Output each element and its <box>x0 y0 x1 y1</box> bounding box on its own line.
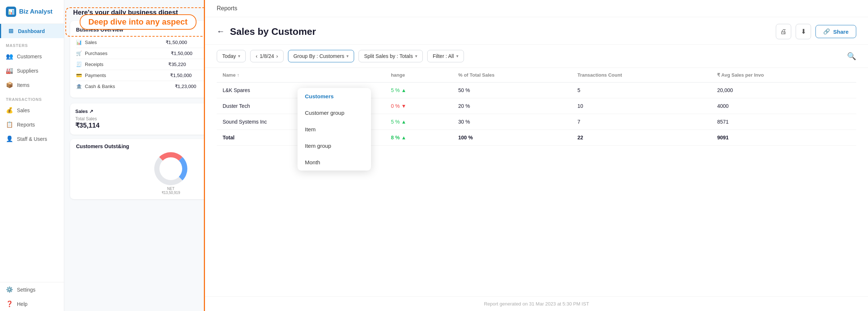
sales-label: Sales <box>85 40 97 45</box>
transactions-section-label: TRANSACTIONS <box>0 92 64 103</box>
cash-value: ₹1,23,000 <box>175 84 197 89</box>
sidebar-item-items[interactable]: 📦 Items <box>0 78 64 92</box>
highlight-box: Deep dive into any aspect <box>65 7 210 37</box>
cell-avg: 4000 <box>711 98 856 114</box>
change-indicator: 8 % ▲ <box>391 135 446 140</box>
purchases-row-icon: 🛒 <box>76 51 82 56</box>
sales-value: ₹1,50,000 <box>166 40 187 45</box>
settings-icon: ⚙️ <box>6 286 13 293</box>
share-label: Share <box>833 29 849 35</box>
receipts-row-icon: 🧾 <box>76 62 82 67</box>
cell-pct: 20 % <box>452 98 571 114</box>
staff-icon: 👤 <box>6 135 13 142</box>
sidebar-item-sales[interactable]: 💰 Sales <box>0 103 64 117</box>
dropdown-item-customer-group[interactable]: Customer group <box>298 105 371 121</box>
suppliers-icon: 🏭 <box>6 67 13 74</box>
share-button[interactable]: 🔗 Share <box>815 25 856 38</box>
col-pct-total: % of Total Sales <box>452 68 571 83</box>
sales-icon: 💰 <box>6 107 13 114</box>
dashboard-icon: ⊞ <box>7 28 14 34</box>
col-tx-count: Transactions Count <box>572 68 712 83</box>
cell-pct: 100 % <box>452 130 571 146</box>
col-avg-sales: ₹ Avg Sales per Invo <box>711 68 856 83</box>
cell-change: 5 % ▲ <box>385 114 452 130</box>
group-by-filter-button[interactable]: Group By : Customers ▾ <box>288 50 354 62</box>
date-nav-button[interactable]: ‹ 1/8/24 › <box>250 50 283 62</box>
dropdown-item-item[interactable]: Item <box>298 121 371 138</box>
modal-title: Sales by Customer <box>230 26 316 37</box>
change-indicator: 5 % ▲ <box>391 87 446 93</box>
sidebar-item-customers[interactable]: 👥 Customers <box>0 49 64 63</box>
sidebar-item-reports[interactable]: 📋 Reports <box>0 117 64 132</box>
cell-change: 5 % ▲ <box>385 83 452 98</box>
date-nav-next[interactable]: › <box>276 53 278 59</box>
filter-all-label: Filter : All <box>433 53 454 59</box>
date-nav-prev[interactable]: ‹ <box>256 53 257 59</box>
sidebar-item-help[interactable]: ❓ Help <box>0 297 64 311</box>
reports-icon: 📋 <box>6 121 13 128</box>
back-button[interactable]: ← <box>217 27 225 36</box>
app-name: Biz Analyst <box>19 8 53 15</box>
sidebar-item-suppliers-label: Suppliers <box>17 68 38 74</box>
report-footer: Report generated on 31 Mar 2023 at 5:30 … <box>205 296 868 311</box>
customers-donut-chart <box>154 152 187 185</box>
logo-icon: 📊 <box>6 7 16 17</box>
date-filter-button[interactable]: Today ▾ <box>217 50 246 62</box>
purchases-label: Purchases <box>85 51 107 56</box>
purchases-value: ₹1,50,000 <box>171 51 192 56</box>
receipts-value: ₹35,220 <box>168 62 186 67</box>
modal-actions: 🖨 ⬇ 🔗 Share <box>776 24 856 39</box>
sidebar-item-settings[interactable]: ⚙️ Settings <box>0 282 64 297</box>
sidebar-item-dashboard[interactable]: ⊞ Dashboard <box>0 24 64 38</box>
payments-value: ₹1,50,000 <box>170 73 192 78</box>
sales-row-icon: 📊 <box>76 40 82 45</box>
search-button[interactable]: 🔍 <box>847 52 856 61</box>
sidebar-item-staff-users[interactable]: 👤 Staff & Users <box>0 132 64 146</box>
date-filter-label: Today <box>222 53 236 59</box>
sidebar-item-settings-label: Settings <box>17 287 36 293</box>
col-name: Name ↑ <box>217 68 356 83</box>
share-icon: 🔗 <box>823 28 830 35</box>
sidebar-bottom: ⚙️ Settings ❓ Help <box>0 282 64 311</box>
cash-label: Cash & Banks <box>85 84 115 89</box>
group-by-dropdown: Customers Customer group Item Item group… <box>298 88 371 171</box>
search-icon: 🔍 <box>847 52 856 60</box>
cell-avg: 9091 <box>711 130 856 146</box>
date-chevron-icon: ▾ <box>238 54 240 59</box>
dropdown-item-month[interactable]: Month <box>298 154 371 171</box>
report-generated-text: Report generated on 31 Mar 2023 at 5:30 … <box>484 301 589 307</box>
split-sales-filter-button[interactable]: Split Sales by : Totals ▾ <box>359 50 423 62</box>
split-sales-label: Split Sales by : Totals <box>364 53 413 59</box>
dropdown-item-customers[interactable]: Customers <box>298 88 371 105</box>
customers-icon: 👥 <box>6 53 13 60</box>
filter-chevron-icon: ▾ <box>456 54 458 59</box>
dropdown-item-item-group[interactable]: Item group <box>298 138 371 154</box>
cell-tx-count: 5 <box>572 83 712 98</box>
sidebar-item-items-label: Items <box>17 82 29 88</box>
sidebar-item-suppliers[interactable]: 🏭 Suppliers <box>0 63 64 78</box>
sidebar: 📊 Biz Analyst ⊞ Dashboard MASTERS 👥 Cust… <box>0 0 64 311</box>
cell-avg: 20,000 <box>711 83 856 98</box>
download-button[interactable]: ⬇ <box>796 24 811 39</box>
modal-breadcrumb: Reports <box>205 0 868 17</box>
col-change: hange <box>385 68 452 83</box>
sidebar-item-reports-label: Reports <box>17 122 35 128</box>
sidebar-item-sales-label: Sales <box>17 107 30 113</box>
cell-tx-count: 10 <box>572 98 712 114</box>
print-button[interactable]: 🖨 <box>776 24 791 39</box>
cell-change: 8 % ▲ <box>385 130 452 146</box>
group-by-label: Group By : Customers <box>293 53 345 59</box>
breadcrumb-text: Reports <box>217 5 237 11</box>
sidebar-item-dashboard-label: Dashboard <box>18 28 45 34</box>
customers-donut-label: NET₹13,50,919 <box>154 187 187 195</box>
sidebar-item-customers-label: Customers <box>17 54 42 59</box>
cell-pct: 30 % <box>452 114 571 130</box>
filter-all-button[interactable]: Filter : All ▾ <box>427 50 464 62</box>
cell-pct: 50 % <box>452 83 571 98</box>
payments-row-icon: 💳 <box>76 73 82 78</box>
logo-area: 📊 Biz Analyst <box>0 0 64 24</box>
receipts-label: Receipts <box>85 62 104 67</box>
change-indicator: 5 % ▲ <box>391 119 446 125</box>
modal-header: ← Sales by Customer 🖨 ⬇ 🔗 Share <box>205 17 868 45</box>
cell-avg: 8571 <box>711 114 856 130</box>
